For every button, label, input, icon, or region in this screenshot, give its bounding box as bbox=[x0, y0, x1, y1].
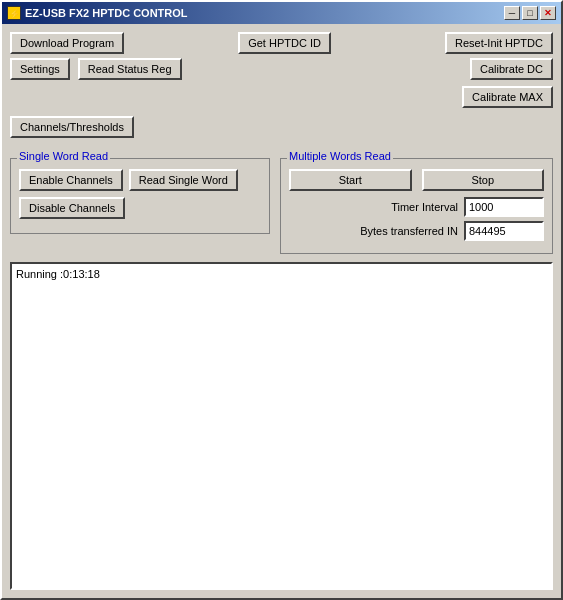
bytes-transferred-label: Bytes transferred IN bbox=[360, 225, 458, 237]
single-word-row2: Disable Channels bbox=[19, 197, 261, 219]
close-button[interactable]: ✕ bbox=[540, 6, 556, 20]
timer-interval-input[interactable] bbox=[464, 197, 544, 217]
disable-channels-button[interactable]: Disable Channels bbox=[19, 197, 125, 219]
columns-area: Single Word Read Enable Channels Read Si… bbox=[10, 148, 553, 254]
window-icon: ⚡ bbox=[7, 6, 21, 20]
channels-row: Channels/Thresholds bbox=[10, 116, 553, 144]
multiple-words-section-label: Multiple Words Read bbox=[287, 150, 393, 162]
start-stop-row: Start Stop bbox=[289, 169, 544, 191]
get-hptdc-id-button[interactable]: Get HPTDC ID bbox=[238, 32, 331, 54]
title-controls: ─ □ ✕ bbox=[504, 6, 556, 20]
window-title: EZ-USB FX2 HPTDC CONTROL bbox=[25, 7, 188, 19]
maximize-button[interactable]: □ bbox=[522, 6, 538, 20]
single-word-row1: Enable Channels Read Single Word bbox=[19, 169, 261, 191]
minimize-button[interactable]: ─ bbox=[504, 6, 520, 20]
download-program-button[interactable]: Download Program bbox=[10, 32, 124, 54]
timer-interval-row: Timer Interval bbox=[289, 197, 544, 217]
settings-button[interactable]: Settings bbox=[10, 58, 70, 80]
single-word-col: Single Word Read Enable Channels Read Si… bbox=[10, 148, 270, 254]
single-word-panel: Single Word Read Enable Channels Read Si… bbox=[10, 158, 270, 234]
log-area: Running :0:13:18 bbox=[10, 262, 553, 590]
log-text: Running :0:13:18 bbox=[16, 268, 100, 280]
right-calibrate-area: Calibrate DC Calibrate MAX bbox=[462, 58, 553, 108]
title-bar-text: ⚡ EZ-USB FX2 HPTDC CONTROL bbox=[7, 6, 188, 20]
read-status-reg-button[interactable]: Read Status Reg bbox=[78, 58, 182, 80]
bytes-transferred-input[interactable] bbox=[464, 221, 544, 241]
start-button[interactable]: Start bbox=[289, 169, 412, 191]
window-body: Download Program Get HPTDC ID Reset-Init… bbox=[2, 24, 561, 598]
bytes-transferred-row: Bytes transferred IN bbox=[289, 221, 544, 241]
read-single-word-button[interactable]: Read Single Word bbox=[129, 169, 238, 191]
calibrate-dc-button[interactable]: Calibrate DC bbox=[470, 58, 553, 80]
left-second-row: Settings Read Status Reg bbox=[10, 58, 182, 80]
calibrate-max-button[interactable]: Calibrate MAX bbox=[462, 86, 553, 108]
stop-button[interactable]: Stop bbox=[422, 169, 545, 191]
second-row: Settings Read Status Reg Calibrate DC Ca… bbox=[10, 58, 553, 108]
single-word-section-label: Single Word Read bbox=[17, 150, 110, 162]
multiple-words-panel: Multiple Words Read Start Stop Timer Int… bbox=[280, 158, 553, 254]
multiple-words-col: Multiple Words Read Start Stop Timer Int… bbox=[270, 148, 553, 254]
timer-interval-label: Timer Interval bbox=[391, 201, 458, 213]
channels-thresholds-button[interactable]: Channels/Thresholds bbox=[10, 116, 134, 138]
top-row: Download Program Get HPTDC ID Reset-Init… bbox=[10, 32, 553, 54]
title-bar: ⚡ EZ-USB FX2 HPTDC CONTROL ─ □ ✕ bbox=[2, 2, 561, 24]
enable-channels-button[interactable]: Enable Channels bbox=[19, 169, 123, 191]
reset-init-hptdc-button[interactable]: Reset-Init HPTDC bbox=[445, 32, 553, 54]
main-window: ⚡ EZ-USB FX2 HPTDC CONTROL ─ □ ✕ Downloa… bbox=[0, 0, 563, 600]
